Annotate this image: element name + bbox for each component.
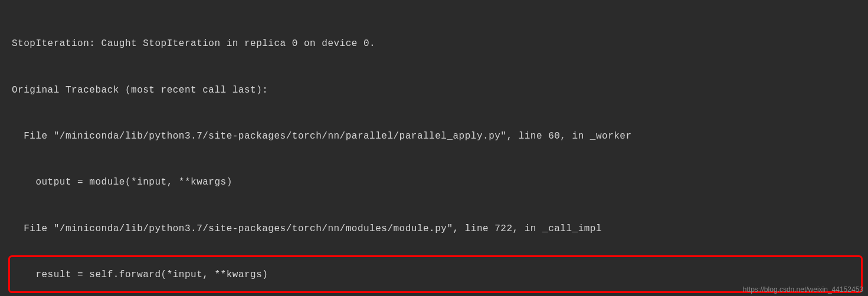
traceback-line: Original Traceback (most recent call las… — [12, 79, 868, 102]
traceback-line: output = module(*input, **kwargs) — [12, 171, 868, 194]
traceback-line: StopIteration: Caught StopIteration in r… — [12, 32, 868, 55]
traceback-line: File "/miniconda/lib/python3.7/site-pack… — [12, 218, 868, 241]
traceback-line: result = self.forward(*input, **kwargs) — [12, 264, 868, 287]
watermark-text: https://blog.csdn.net/weixin_44152453 — [743, 285, 863, 294]
traceback-line: File "/miniconda/lib/python3.7/site-pack… — [12, 125, 868, 148]
terminal-output[interactable]: StopIteration: Caught StopIteration in r… — [0, 0, 868, 296]
